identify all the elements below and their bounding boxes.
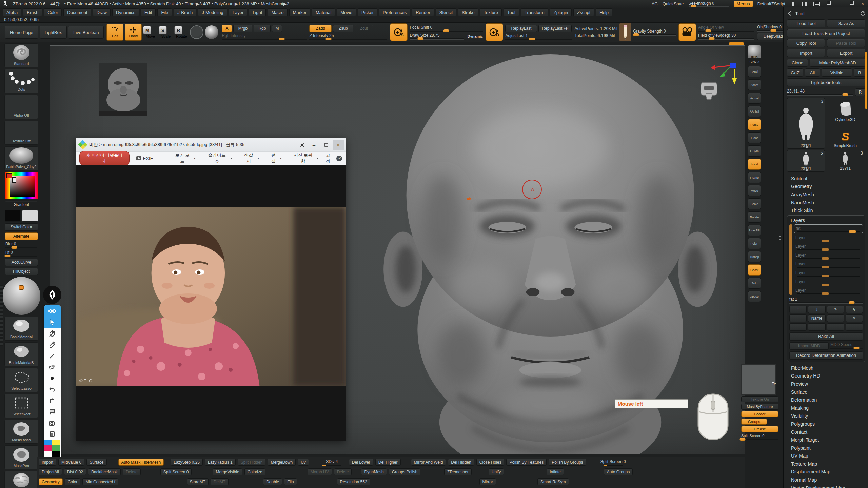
import-tool-button[interactable]: Import xyxy=(787,49,825,57)
spix-slider[interactable]: SPix 3 xyxy=(750,60,760,64)
right-shelf-button[interactable]: Floor xyxy=(748,132,761,143)
layer-up-button[interactable]: ↑ xyxy=(789,306,807,313)
menus-button[interactable]: Menus xyxy=(734,1,753,7)
right-shelf-button[interactable]: Scale xyxy=(748,198,761,209)
tray-button[interactable]: Surface xyxy=(86,459,106,466)
tray-button[interactable]: Del Lower xyxy=(349,459,373,466)
right-shelf-button[interactable]: Actual xyxy=(748,93,761,104)
field-of-view-slider[interactable]: Field of view(deg) 30 xyxy=(698,33,754,40)
viewer-fullscreen-icon[interactable] xyxy=(296,140,308,150)
tray-button[interactable]: MergeDown xyxy=(268,459,296,466)
goz-all-button[interactable]: All xyxy=(805,68,820,77)
default-zscript-button[interactable]: DefaultZScript xyxy=(757,1,785,6)
tool-item-slider[interactable]: 23강1. 48 xyxy=(787,89,853,96)
rotate-mode-button[interactable]: RRotate xyxy=(174,24,189,41)
menu-item[interactable]: Zscript xyxy=(573,8,594,16)
layer-down-button[interactable]: ↓ xyxy=(808,306,825,313)
menu-item[interactable]: Render xyxy=(412,8,434,16)
select-lasso-thumb[interactable]: SelectLasso xyxy=(4,368,38,392)
viewer-update-button[interactable]: 새 버전이 나왔습니다. xyxy=(79,151,130,165)
honeyview-window[interactable]: 비만 > main-qimg-93c3c8ffe6d5fa389f679ef1b… xyxy=(76,138,346,441)
select-rect-thumb[interactable]: SelectRect xyxy=(4,394,38,418)
tool-section-header[interactable]: Thick Skin xyxy=(787,206,865,215)
tool-section-header[interactable]: Preview xyxy=(787,380,865,388)
menu-item[interactable]: Movie xyxy=(337,8,356,16)
left-tray-divider[interactable] xyxy=(0,285,3,346)
basic-material-b-thumb[interactable]: BasicMaterialB xyxy=(4,342,38,366)
close-button[interactable]: × xyxy=(859,2,866,6)
current-texture-thumb[interactable]: Texture Off xyxy=(4,121,38,145)
viewer-maximize-button[interactable] xyxy=(320,140,332,150)
right-shelf-button[interactable]: Move xyxy=(748,185,761,196)
tray-button[interactable]: StoreMT xyxy=(187,478,209,485)
divider-left-icon[interactable] xyxy=(790,2,797,6)
menu-item[interactable]: Transform xyxy=(521,8,548,16)
layer-row[interactable]: Layer xyxy=(794,243,863,251)
show-hide-eye-icon[interactable] xyxy=(44,305,61,317)
rgb-a-toggle[interactable]: A xyxy=(222,25,232,32)
tray-button[interactable]: Del Hidden xyxy=(448,459,474,466)
material-ball-icon[interactable] xyxy=(205,25,218,39)
load-tool-button[interactable]: Load Tool xyxy=(787,19,825,27)
right-shelf-button[interactable]: Scroll xyxy=(748,66,761,77)
tray-button[interactable]: SDiv 4 xyxy=(320,459,344,466)
viewer-menu-item[interactable]: 슬라이드 쇼 ▼ xyxy=(203,152,235,165)
live-boolean-button[interactable]: Live Boolean xyxy=(68,26,104,39)
menu-item[interactable]: Alpha xyxy=(3,8,21,16)
tray-button[interactable]: MidValue 0 xyxy=(58,459,84,466)
menu-item[interactable]: Texture xyxy=(480,8,502,16)
restore-button[interactable] xyxy=(848,2,854,6)
angle-of-view-slider[interactable]: Angle Of View xyxy=(698,25,754,32)
right-shelf-button[interactable]: Zoom xyxy=(748,79,761,90)
focal-shift-slider[interactable]: Focal Shift 0 xyxy=(410,25,483,32)
tray-button[interactable]: Min Connected f xyxy=(82,478,118,485)
tool-r-button[interactable]: R xyxy=(855,88,865,96)
mask-by-feature-button[interactable]: MaskByFeature xyxy=(741,404,778,410)
right-shelf-button[interactable]: PolyF xyxy=(748,238,761,249)
crease-button[interactable]: Crease xyxy=(741,426,778,432)
tool-section-header[interactable]: Contact xyxy=(787,428,865,436)
groups-button[interactable]: Groups xyxy=(741,419,767,425)
tray-button[interactable]: Polish By Groups xyxy=(549,459,586,466)
m-button[interactable]: M xyxy=(272,25,282,32)
layer-delete-button[interactable]: × xyxy=(846,314,863,322)
tray-button[interactable]: Del Higher xyxy=(375,459,401,466)
tray-button[interactable]: Delete xyxy=(334,468,352,475)
document-canvas[interactable]: 비만 > main-qimg-93c3c8ffe6d5fa389f679ef1b… xyxy=(50,45,745,454)
tray-button[interactable]: Morph UV xyxy=(308,468,332,475)
layer-name-button[interactable]: Name xyxy=(808,314,825,322)
tray-button[interactable]: Auto Mask FiberMesh xyxy=(118,459,164,466)
tray-button[interactable]: Colorize xyxy=(244,468,265,475)
viewer-title-bar[interactable]: 비만 > main-qimg-93c3c8ffe6d5fa389f679ef1b… xyxy=(76,138,346,151)
clipboard-icon[interactable] xyxy=(44,428,61,440)
layer-split-button[interactable] xyxy=(808,323,825,331)
tool-section-header[interactable]: Normal Map xyxy=(787,476,865,484)
tray-button[interactable]: DynaMesh xyxy=(361,468,387,475)
menu-item[interactable]: Picker xyxy=(358,8,377,16)
viewer-exif-button[interactable]: EXIF xyxy=(134,156,155,161)
canvas-scrollbar-chip[interactable] xyxy=(729,42,744,45)
current-alpha-thumb[interactable]: Alpha Off xyxy=(4,95,38,119)
rf-slider[interactable]: Rf 0 xyxy=(5,250,37,257)
current-material-thumb[interactable]: FabioPaiva_Clay2 xyxy=(4,146,38,170)
brush-size-dot-icon[interactable] xyxy=(44,372,61,384)
tool-section-header[interactable]: Vector Displacement Map xyxy=(787,484,865,488)
viewer-close-button[interactable]: × xyxy=(333,140,344,150)
tool-section-header[interactable]: Geometry HD xyxy=(787,372,865,380)
ac-button[interactable]: AC xyxy=(652,1,658,6)
load-tools-from-project-button[interactable]: Load Tools From Project xyxy=(787,29,865,37)
lightbox-tools-button[interactable]: Lightbox▶Tools xyxy=(787,78,865,86)
layer-intensity-slider[interactable]: fat 1 xyxy=(789,297,863,304)
right-shelf-button[interactable]: AAHalf xyxy=(748,106,761,117)
tray-button[interactable]: Mirror xyxy=(479,478,496,485)
tray-button[interactable]: Close Holes xyxy=(476,459,505,466)
paste-tool-button[interactable]: Paste Tool xyxy=(827,39,865,47)
alternate-button[interactable]: Alternate xyxy=(5,232,38,240)
tray-button[interactable]: BackfaceMask xyxy=(88,468,121,475)
screenshot-camera-icon[interactable] xyxy=(44,417,61,428)
menu-item[interactable]: Edit xyxy=(141,8,156,16)
tool-section-header[interactable]: FiberMesh xyxy=(787,364,865,372)
right-shelf-button[interactable]: Transp xyxy=(748,251,761,262)
accucurve-button[interactable]: AccuCurve xyxy=(5,259,38,266)
tool-section-header[interactable]: Deformation xyxy=(787,396,865,404)
